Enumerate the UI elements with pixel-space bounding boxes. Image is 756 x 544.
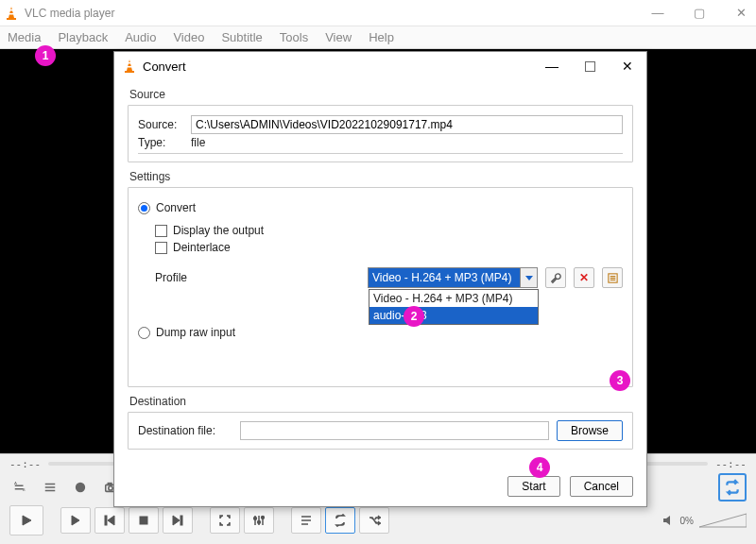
source-input[interactable] <box>191 115 623 134</box>
svg-rect-16 <box>180 516 182 525</box>
menu-media[interactable]: Media <box>8 30 41 44</box>
settings-panel: Convert Display the output Deinterlace P… <box>128 187 633 387</box>
svg-rect-12 <box>105 516 107 525</box>
shuffle-button[interactable] <box>359 507 389 534</box>
profile-label: Profile <box>155 271 212 284</box>
next-button[interactable] <box>163 507 193 534</box>
stop-button[interactable] <box>129 507 159 534</box>
svg-rect-14 <box>140 517 147 524</box>
frame-step-icon[interactable] <box>40 477 60 498</box>
volume-slider[interactable] <box>699 512 747 529</box>
svg-rect-23 <box>125 71 134 73</box>
destination-file-input[interactable] <box>240 421 549 440</box>
destination-panel: Destination file: Browse <box>128 412 633 450</box>
window-close-icon[interactable]: ✕ <box>731 6 750 20</box>
svg-rect-24 <box>128 62 131 64</box>
menu-audio[interactable]: Audio <box>125 30 156 44</box>
svg-rect-9 <box>108 484 112 485</box>
annotation-marker-4: 4 <box>529 457 550 478</box>
profile-selected: Video - H.264 + MP3 (MP4) <box>369 268 520 287</box>
svg-marker-15 <box>173 516 180 525</box>
wrench-icon[interactable] <box>545 267 566 288</box>
profile-option[interactable]: Video - H.264 + MP3 (MP4) <box>369 290 538 307</box>
cancel-button[interactable]: Cancel <box>570 476 633 497</box>
play-small-button[interactable] <box>60 507 91 534</box>
svg-rect-1 <box>7 18 16 20</box>
fullscreen-button[interactable] <box>210 507 240 534</box>
menubar: Media Playback Audio Video Subtitle Tool… <box>0 26 756 49</box>
svg-marker-11 <box>72 516 79 525</box>
menu-video[interactable]: Video <box>173 30 204 44</box>
dialog-maximize-icon[interactable] <box>578 55 601 77</box>
svg-point-18 <box>258 521 261 524</box>
titlebar: VLC media player — ▢ ✕ <box>0 0 756 26</box>
deinterlace-checkbox[interactable] <box>155 242 167 254</box>
svg-marker-21 <box>699 514 747 527</box>
speaker-icon[interactable] <box>662 514 675 527</box>
settings-section-label: Settings <box>129 170 633 183</box>
destination-file-label: Destination file: <box>138 424 232 437</box>
browse-button[interactable]: Browse <box>557 420 623 441</box>
destination-section-label: Destination <box>129 395 633 408</box>
start-button[interactable]: Start <box>507 476 559 497</box>
menu-help[interactable]: Help <box>369 30 394 44</box>
convert-radio[interactable] <box>138 202 150 214</box>
convert-dialog: Convert — ✕ Source Source: Type: file Se… <box>113 51 647 507</box>
dialog-titlebar: Convert — ✕ <box>114 52 646 80</box>
svg-point-8 <box>109 486 112 490</box>
convert-radio-label: Convert <box>156 201 196 214</box>
svg-marker-22 <box>127 60 132 71</box>
svg-marker-10 <box>23 516 31 525</box>
play-button[interactable] <box>9 505 43 536</box>
dialog-title: Convert <box>143 60 186 74</box>
svg-marker-13 <box>108 516 114 525</box>
dialog-close-icon[interactable]: ✕ <box>616 55 639 77</box>
window-maximize-icon[interactable]: ▢ <box>690 6 709 20</box>
profile-combobox[interactable]: Video - H.264 + MP3 (MP4) Video - H.264 … <box>368 267 538 288</box>
ab-loop-icon[interactable]: AB <box>9 477 30 498</box>
svg-point-6 <box>77 484 85 492</box>
menu-subtitle[interactable]: Subtitle <box>221 30 262 44</box>
menu-playback[interactable]: Playback <box>58 30 108 44</box>
loop-toggle-icon[interactable] <box>718 473 747 502</box>
annotation-marker-3: 3 <box>610 370 630 391</box>
delete-profile-icon[interactable]: ✕ <box>574 267 594 288</box>
type-value: file <box>191 136 205 149</box>
playback-controls-row: 0% <box>0 502 756 539</box>
svg-text:A: A <box>14 481 17 485</box>
annotation-marker-1: 1 <box>35 45 56 66</box>
svg-rect-3 <box>9 13 14 15</box>
time-remaining: --:-- <box>715 458 747 470</box>
profile-option[interactable]: audio-mp3 <box>369 307 538 324</box>
deinterlace-label: Deinterlace <box>173 241 231 254</box>
annotation-marker-2: 2 <box>404 306 424 327</box>
svg-rect-25 <box>128 66 132 68</box>
previous-button[interactable] <box>94 507 125 534</box>
svg-rect-2 <box>9 9 13 11</box>
dump-radio[interactable] <box>138 327 150 339</box>
dump-radio-label: Dump raw input <box>156 326 235 339</box>
type-label: Type: <box>138 136 191 149</box>
volume-percent: 0% <box>680 516 694 526</box>
window-minimize-icon[interactable]: — <box>648 6 667 20</box>
source-section-label: Source <box>129 88 633 101</box>
menu-view[interactable]: View <box>325 30 352 44</box>
vlc-cone-icon <box>4 6 19 21</box>
window-title: VLC media player <box>25 7 114 20</box>
new-profile-icon[interactable] <box>602 267 623 288</box>
display-output-label: Display the output <box>173 224 264 237</box>
playlist-button[interactable] <box>291 507 321 534</box>
display-output-checkbox[interactable] <box>155 225 167 237</box>
equalizer-button[interactable] <box>244 507 274 534</box>
profile-dropdown: Video - H.264 + MP3 (MP4) audio-mp3 <box>369 289 539 325</box>
dialog-minimize-icon[interactable]: — <box>541 55 563 77</box>
source-panel: Source: Type: file <box>128 105 633 162</box>
svg-text:B: B <box>23 487 26 492</box>
time-elapsed: --:-- <box>9 458 41 470</box>
loop-button[interactable] <box>325 507 355 534</box>
record-icon[interactable] <box>70 477 91 498</box>
menu-tools[interactable]: Tools <box>280 30 308 44</box>
svg-point-19 <box>262 517 265 519</box>
chevron-down-icon[interactable] <box>520 268 537 287</box>
vlc-cone-icon <box>122 59 137 74</box>
